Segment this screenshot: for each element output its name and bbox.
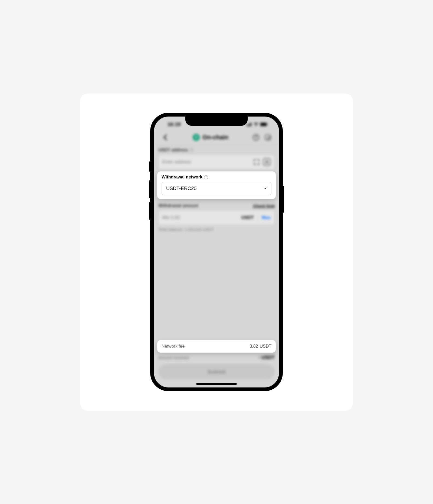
status-time: 16:19 — [168, 121, 181, 127]
svg-point-7 — [253, 134, 259, 140]
received-label: Amount received — [158, 355, 189, 360]
svg-rect-3 — [251, 122, 251, 126]
scan-icon — [253, 159, 260, 165]
address-label-text: USDT address — [158, 148, 188, 152]
page-title: On-chain — [202, 134, 228, 141]
help-button[interactable] — [252, 133, 260, 141]
fee-value: 3.82 — [250, 344, 258, 349]
address-label: USDT address i — [158, 148, 275, 152]
amount-input[interactable]: Min 5.82 USDT Max — [158, 210, 275, 225]
svg-rect-2 — [249, 123, 250, 126]
max-button[interactable]: Max — [262, 215, 271, 220]
network-label: Withdrawal network i — [162, 175, 271, 180]
fee-label: Network fee — [162, 344, 185, 349]
home-indicator — [196, 383, 237, 385]
help-icon — [252, 134, 260, 141]
amount-label: Withdrawal amount — [158, 203, 198, 208]
page-header: T On-chain — [158, 130, 275, 145]
svg-point-8 — [256, 139, 257, 140]
fee-panel: Network fee 3.82 USDT — [157, 340, 276, 353]
phone-notch — [185, 117, 248, 126]
received-value: - USDT — [258, 355, 275, 360]
fee-unit: USDT — [260, 344, 271, 349]
signal-icon — [247, 122, 252, 126]
caret-down-icon — [264, 187, 267, 190]
chevron-left-icon — [163, 134, 167, 140]
svg-rect-0 — [247, 125, 247, 126]
svg-point-10 — [267, 137, 271, 140]
network-panel: Withdrawal network i USDT-ERC20 — [157, 171, 276, 199]
token-badge: T — [193, 134, 200, 141]
scan-button[interactable] — [253, 158, 260, 166]
back-button[interactable] — [161, 133, 169, 141]
history-button[interactable] — [264, 133, 272, 141]
svg-rect-9 — [265, 135, 271, 140]
info-icon[interactable]: i — [204, 175, 208, 179]
svg-rect-6 — [267, 124, 268, 125]
contact-icon — [265, 160, 269, 164]
svg-point-11 — [266, 161, 268, 162]
network-selected: USDT-ERC20 — [166, 186, 196, 191]
history-icon — [264, 134, 271, 141]
amount-placeholder: Min 5.82 — [162, 215, 238, 220]
amount-label-text: Withdrawal amount — [158, 203, 198, 208]
wifi-icon — [253, 122, 259, 126]
svg-rect-5 — [261, 123, 266, 125]
phone-screen: 16:19 T On-chain — [154, 117, 279, 387]
check-limit-link[interactable]: Check limit — [253, 204, 275, 208]
svg-rect-4 — [260, 123, 267, 126]
address-input[interactable]: Enter address — [158, 155, 275, 169]
info-icon[interactable]: i — [189, 148, 193, 152]
svg-rect-1 — [248, 124, 249, 126]
balance-text: Total balance: 1.431143 USDT — [158, 227, 275, 232]
submit-button[interactable]: Submit — [158, 364, 275, 379]
network-label-text: Withdrawal network — [162, 175, 202, 180]
address-placeholder: Enter address — [162, 159, 250, 165]
contacts-button[interactable] — [263, 158, 271, 166]
battery-icon — [260, 122, 268, 126]
status-indicators — [247, 122, 268, 126]
amount-unit: USDT — [241, 215, 254, 220]
network-dropdown[interactable]: USDT-ERC20 — [162, 182, 271, 195]
